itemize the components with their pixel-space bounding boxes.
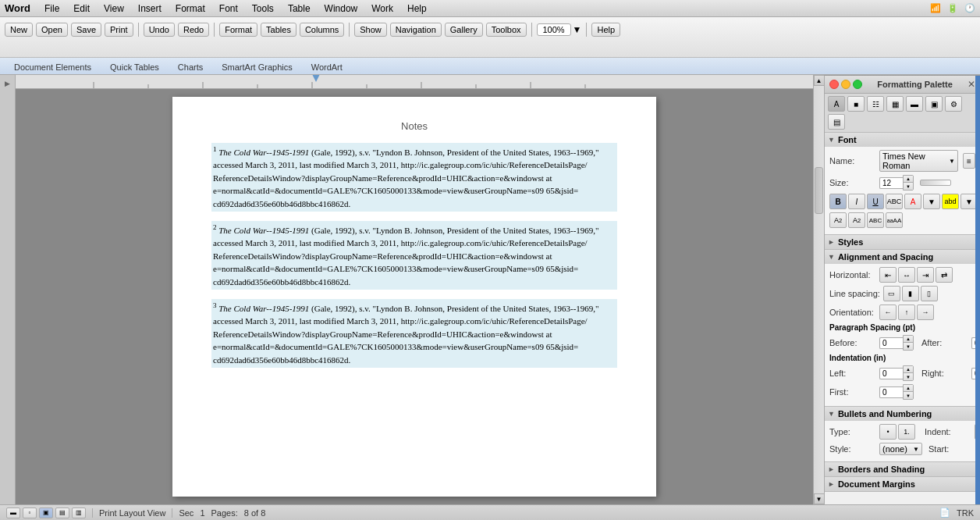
tab-charts[interactable]: Charts [169, 60, 212, 74]
palette-bullets-header[interactable]: ▼ Bullets and Numbering [825, 407, 980, 421]
before-up[interactable]: ▲ [904, 336, 913, 343]
palette-icon-image[interactable]: ▣ [925, 96, 943, 112]
menu-insert[interactable]: Insert [132, 2, 168, 16]
scroll-down-button[interactable]: ▼ [814, 493, 825, 504]
font-size-input[interactable]: 12 [879, 177, 903, 189]
view-publish[interactable]: ▥ [72, 508, 86, 518]
palette-close-x[interactable]: ✕ [968, 79, 975, 90]
first-indent-up[interactable]: ▲ [904, 385, 913, 392]
view-outline[interactable]: ▫ [23, 508, 37, 518]
font-name-extra[interactable]: ≡ [963, 153, 975, 169]
palette-styles-header[interactable]: ► Styles [825, 235, 980, 249]
tab-document-elements[interactable]: Document Elements [5, 60, 101, 74]
zoom-arrow[interactable]: ▼ [573, 24, 582, 35]
first-indent-input[interactable] [879, 386, 903, 398]
align-center-button[interactable]: ↔ [898, 267, 915, 283]
palette-font-header[interactable]: ▼ Font [825, 133, 980, 147]
subscript-button[interactable]: A2 [848, 212, 865, 228]
menu-table[interactable]: Table [282, 2, 317, 16]
all-caps-button[interactable]: aaAA [886, 212, 903, 228]
help-button[interactable]: Help [591, 23, 620, 37]
print-button[interactable]: Print [105, 23, 133, 37]
bullet-list-button[interactable]: • [879, 424, 897, 440]
page-container[interactable]: Notes 1 The Cold War--1945-1991 (Gale, 1… [16, 89, 813, 504]
undo-button[interactable]: Undo [144, 23, 175, 37]
font-size-field[interactable]: 12 ▲ ▼ [879, 175, 914, 191]
palette-margins-header[interactable]: ► Document Margins [825, 477, 980, 491]
first-indent-down[interactable]: ▼ [904, 392, 913, 399]
redo-button[interactable]: Redo [178, 23, 209, 37]
palette-icon-text[interactable]: A [828, 96, 845, 112]
palette-minimize-button[interactable] [841, 80, 850, 89]
underline-button[interactable]: U [867, 194, 884, 209]
left-indent-down[interactable]: ▼ [904, 373, 913, 380]
palette-icon-table[interactable]: ▦ [886, 96, 904, 112]
left-indent-up[interactable]: ▲ [904, 366, 913, 373]
left-indent-field[interactable]: ▲ ▼ [879, 365, 914, 381]
align-justify-button[interactable]: ⇄ [936, 267, 953, 283]
new-button[interactable]: New [5, 23, 33, 37]
view-normal[interactable]: ▬ [6, 508, 20, 518]
orient-left-button[interactable]: ← [879, 305, 897, 320]
palette-icon-list[interactable]: ☷ [867, 96, 884, 112]
zoom-value[interactable]: 100% [537, 23, 571, 36]
strikethrough-button[interactable]: ABC [886, 194, 903, 209]
scroll-up-button[interactable]: ▲ [814, 75, 825, 86]
before-down[interactable]: ▼ [904, 343, 913, 350]
tab-wordart[interactable]: WordArt [302, 60, 352, 74]
menu-format[interactable]: Format [169, 2, 211, 16]
menu-font[interactable]: Font [213, 2, 244, 16]
orient-right-button[interactable]: → [917, 305, 934, 320]
save-button[interactable]: Save [71, 23, 101, 37]
scroll-track[interactable] [814, 86, 824, 493]
format-button[interactable]: Format [219, 23, 257, 37]
zoom-control[interactable]: 100% ▼ [537, 23, 582, 36]
font-dd-button[interactable]: ▼ [923, 194, 940, 209]
menu-work[interactable]: Work [365, 2, 399, 16]
scroll-thumb[interactable] [815, 167, 823, 214]
view-layout[interactable]: ▣ [39, 508, 53, 518]
tab-smartart[interactable]: SmartArt Graphics [212, 60, 301, 74]
align-left-button[interactable]: ⇤ [879, 267, 897, 283]
single-spacing-button[interactable]: ▭ [883, 286, 900, 301]
superscript-button[interactable]: A2 [829, 212, 847, 228]
gallery-button[interactable]: Gallery [445, 23, 483, 37]
show-button[interactable]: Show [354, 23, 387, 37]
menu-help[interactable]: Help [401, 2, 433, 16]
onepoint5-spacing-button[interactable]: ▮ [902, 286, 919, 301]
font-size-slider[interactable] [920, 180, 951, 186]
small-caps-button[interactable]: ABC [867, 212, 884, 228]
tab-quick-tables[interactable]: Quick Tables [101, 60, 169, 74]
orient-up-button[interactable]: ↑ [898, 305, 915, 320]
left-indent-input[interactable] [879, 368, 903, 379]
menu-window[interactable]: Window [318, 2, 364, 16]
highlight-button[interactable]: abd [942, 194, 959, 209]
palette-borders-header[interactable]: ► Borders and Shading [825, 462, 980, 476]
palette-maximize-button[interactable] [853, 80, 862, 89]
first-indent-field[interactable]: ▲ ▼ [879, 384, 914, 400]
bold-button[interactable]: B [829, 194, 847, 209]
toolbox-button[interactable]: Toolbox [486, 23, 527, 37]
menu-file[interactable]: File [38, 2, 66, 16]
palette-icon-format[interactable]: ■ [847, 96, 865, 112]
tables-button[interactable]: Tables [261, 23, 296, 37]
font-color-button[interactable]: A [904, 194, 921, 209]
number-list-button[interactable]: 1. [898, 424, 915, 440]
navigation-button[interactable]: Navigation [390, 23, 442, 37]
palette-alignment-header[interactable]: ▼ Alignment and Spacing [825, 250, 980, 264]
view-notebook[interactable]: ▤ [55, 508, 69, 518]
columns-button[interactable]: Columns [300, 23, 344, 37]
palette-icon-settings[interactable]: ⚙ [945, 96, 962, 112]
palette-close-button[interactable] [829, 80, 839, 89]
font-name-dropdown[interactable]: Times New Roman ▼ [879, 150, 958, 172]
palette-icon-extra[interactable]: ▤ [828, 114, 845, 130]
vertical-scrollbar[interactable]: ▲ ▼ [813, 75, 824, 504]
font-size-up[interactable]: ▲ [904, 176, 913, 183]
before-field[interactable]: ▲ ▼ [879, 335, 914, 351]
bullets-style-dropdown[interactable]: (none) ▼ [879, 443, 922, 455]
italic-button[interactable]: I [848, 194, 865, 209]
menu-view[interactable]: View [98, 2, 130, 16]
double-spacing-button[interactable]: ▯ [921, 286, 938, 301]
align-right-button[interactable]: ⇥ [917, 267, 934, 283]
palette-icon-chart[interactable]: ▬ [906, 96, 923, 112]
